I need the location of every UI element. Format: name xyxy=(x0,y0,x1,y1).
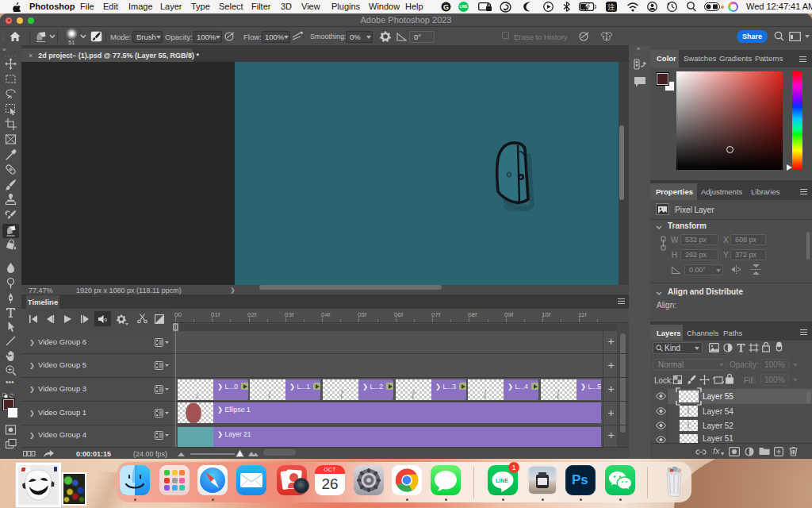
svg-text:0: 0 xyxy=(105,318,108,322)
svg-text:LINE: LINE xyxy=(496,478,508,483)
svg-text:G: G xyxy=(443,3,449,11)
